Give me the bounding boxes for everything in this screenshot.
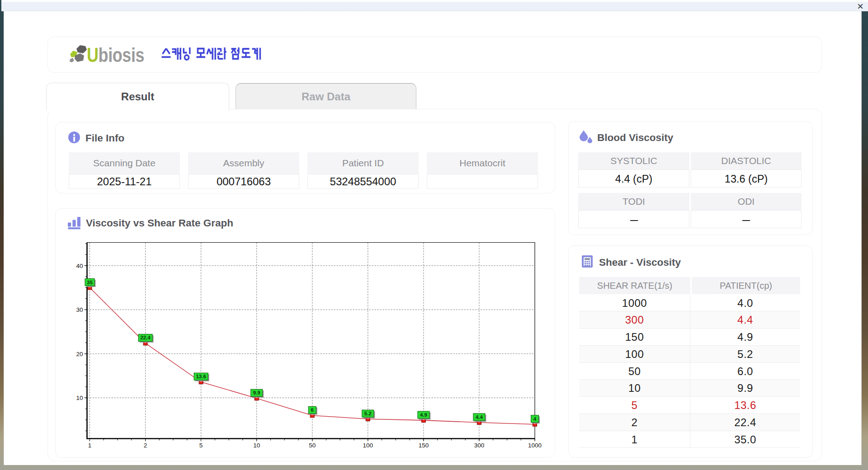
svg-text:40: 40: [76, 263, 83, 269]
svg-text:5: 5: [199, 442, 203, 449]
svg-text:35: 35: [87, 280, 93, 285]
svg-text:1: 1: [88, 442, 92, 449]
svg-text:50: 50: [309, 442, 316, 449]
svg-text:4.4: 4.4: [476, 414, 483, 420]
svg-text:13.6: 13.6: [196, 374, 206, 379]
svg-text:9.9: 9.9: [253, 390, 260, 395]
svg-text:10: 10: [76, 395, 83, 401]
svg-text:6: 6: [311, 407, 314, 413]
svg-text:1000: 1000: [528, 442, 542, 449]
svg-text:100: 100: [363, 442, 373, 449]
svg-text:4: 4: [533, 416, 537, 422]
svg-text:4.9: 4.9: [420, 412, 427, 418]
svg-text:Ubiosis: Ubiosis: [87, 43, 144, 66]
svg-text:2: 2: [144, 442, 147, 449]
svg-text:20: 20: [76, 351, 83, 357]
svg-text:150: 150: [419, 442, 429, 449]
svg-text:30: 30: [76, 306, 83, 313]
svg-text:10: 10: [253, 442, 260, 449]
svg-text:5.2: 5.2: [364, 411, 372, 416]
svg-text:300: 300: [474, 442, 485, 449]
svg-text:22.4: 22.4: [140, 335, 151, 340]
